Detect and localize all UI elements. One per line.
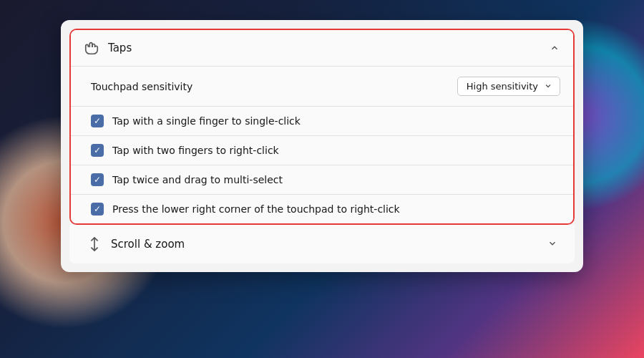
taps-section: Taps Touchpad sensitivity High sensitivi… <box>69 29 575 225</box>
scroll-icon <box>87 236 102 252</box>
scroll-zoom-title: Scroll & zoom <box>111 238 185 251</box>
checkbox-1[interactable] <box>91 115 104 127</box>
touch-icon <box>84 40 99 56</box>
checkbox-2[interactable] <box>91 144 104 157</box>
scroll-section-left: Scroll & zoom <box>87 236 185 252</box>
sensitivity-value: High sensitivity <box>467 81 538 92</box>
settings-panel: Taps Touchpad sensitivity High sensitivi… <box>61 20 583 272</box>
checkbox-label-3: Tap twice and drag to multi-select <box>112 174 283 185</box>
taps-header[interactable]: Taps <box>71 30 573 66</box>
checkbox-row-2[interactable]: Tap with two fingers to right-click <box>71 136 573 165</box>
taps-chevron-icon <box>549 42 560 54</box>
scroll-zoom-section[interactable]: Scroll & zoom <box>69 225 575 263</box>
taps-header-left: Taps <box>84 40 132 56</box>
taps-title: Taps <box>108 42 132 54</box>
checkbox-label-2: Tap with two fingers to right-click <box>112 145 279 156</box>
checkbox-row-3[interactable]: Tap twice and drag to multi-select <box>71 165 573 194</box>
checkbox-label-1: Tap with a single finger to single-click <box>112 115 301 127</box>
checkbox-label-4: Press the lower right corner of the touc… <box>112 203 400 215</box>
checkbox-row-1[interactable]: Tap with a single finger to single-click <box>71 107 573 135</box>
scroll-chevron-icon <box>547 238 557 251</box>
dropdown-arrow-icon <box>544 82 552 92</box>
sensitivity-label: Touchpad sensitivity <box>91 81 192 92</box>
sensitivity-row: Touchpad sensitivity High sensitivity <box>71 67 573 106</box>
checkbox-3[interactable] <box>91 173 104 186</box>
checkbox-row-4[interactable]: Press the lower right corner of the touc… <box>71 195 573 223</box>
sensitivity-dropdown[interactable]: High sensitivity <box>457 77 560 96</box>
checkbox-4[interactable] <box>91 203 104 216</box>
